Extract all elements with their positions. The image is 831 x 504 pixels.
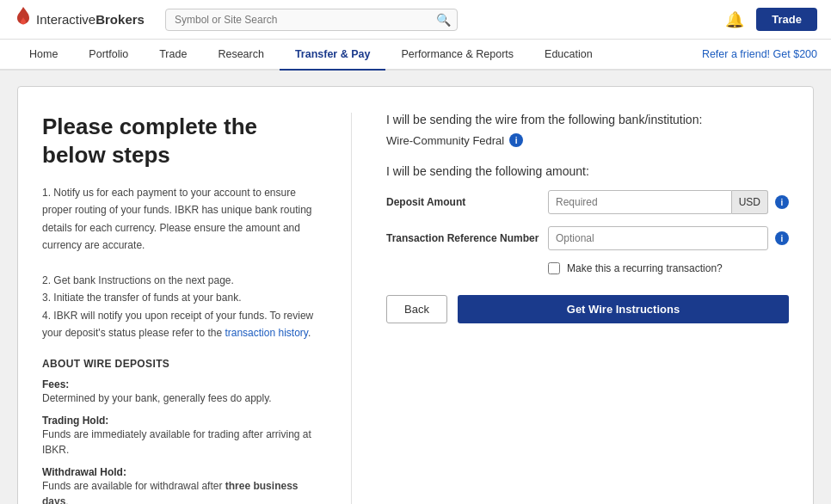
withdrawal-hold-label: Withdrawal Hold: bbox=[42, 466, 325, 478]
steps-text: 1. Notify us for each payment to your ac… bbox=[42, 184, 325, 342]
fees-body: Determined by your bank, generally fees … bbox=[42, 390, 325, 406]
bell-icon[interactable]: 🔔 bbox=[725, 10, 744, 29]
left-panel: Please complete the below steps 1. Notif… bbox=[42, 113, 352, 504]
page-heading: Please complete the below steps bbox=[42, 113, 325, 169]
recurring-checkbox[interactable] bbox=[548, 262, 560, 274]
back-button[interactable]: Back bbox=[386, 295, 447, 323]
step-1: 1. Notify us for each payment to your ac… bbox=[42, 187, 312, 251]
withdrawal-hold-body: Funds are available for withdrawal after… bbox=[42, 478, 325, 504]
get-wire-instructions-button[interactable]: Get Wire Instructions bbox=[458, 295, 789, 323]
fees-label: Fees: bbox=[42, 378, 325, 390]
bank-name: Wire-Community Fedral bbox=[386, 134, 504, 147]
right-panel: I will be sending the wire from the foll… bbox=[378, 113, 789, 504]
recurring-row: Make this a recurring transaction? bbox=[548, 262, 789, 274]
button-row: Back Get Wire Instructions bbox=[386, 295, 789, 323]
nav-item-research[interactable]: Research bbox=[202, 40, 280, 71]
nav-item-portfolio[interactable]: Portfolio bbox=[73, 40, 144, 71]
nav-item-transfer-pay[interactable]: Transfer & Pay bbox=[280, 40, 386, 71]
transaction-ref-input-group bbox=[548, 226, 768, 250]
step-3: 3. Initiate the transfer of funds at you… bbox=[42, 292, 241, 304]
bank-info-icon[interactable]: i bbox=[509, 133, 523, 147]
withdrawal-hold-section: Withdrawal Hold: Funds are available for… bbox=[42, 466, 325, 504]
transaction-ref-info-icon[interactable]: i bbox=[775, 231, 789, 245]
flame-icon bbox=[14, 7, 33, 33]
nav-right: 🔔 Trade bbox=[725, 8, 817, 31]
deposit-info-icon[interactable]: i bbox=[775, 195, 789, 209]
trade-button[interactable]: Trade bbox=[756, 8, 817, 31]
deposit-amount-label: Deposit Amount bbox=[386, 196, 541, 208]
search-bar: 🔍 bbox=[165, 9, 458, 31]
refer-friend-link[interactable]: Refer a friend! Get $200 bbox=[702, 48, 817, 60]
transaction-ref-row: Transaction Reference Number i bbox=[386, 226, 789, 250]
withdrawal-hold-text-end: . bbox=[65, 495, 68, 504]
fees-section: Fees: Determined by your bank, generally… bbox=[42, 378, 325, 406]
recurring-label: Make this a recurring transaction? bbox=[567, 262, 723, 274]
top-bar: InteractiveBrokers 🔍 🔔 Trade bbox=[0, 0, 831, 40]
transaction-history-link[interactable]: transaction history bbox=[225, 327, 308, 339]
deposit-amount-row: Deposit Amount USD i bbox=[386, 190, 789, 214]
transaction-ref-label: Transaction Reference Number bbox=[386, 232, 541, 244]
trading-hold-label: Trading Hold: bbox=[42, 415, 325, 427]
about-wire-title: ABOUT WIRE DEPOSITS bbox=[42, 358, 325, 370]
deposit-amount-input[interactable] bbox=[548, 190, 732, 214]
search-input[interactable] bbox=[165, 9, 458, 31]
logo: InteractiveBrokers bbox=[14, 7, 151, 33]
withdrawal-hold-text-start: Funds are available for withdrawal after bbox=[42, 480, 225, 492]
secondary-nav: Home Portfolio Trade Research Transfer &… bbox=[0, 40, 831, 71]
nav-item-trade[interactable]: Trade bbox=[144, 40, 202, 71]
amount-section-title: I will be sending the following amount: bbox=[386, 164, 789, 178]
trading-hold-body: Funds are immediately available for trad… bbox=[42, 427, 325, 458]
nav-item-home[interactable]: Home bbox=[14, 40, 73, 71]
content-card: Please complete the below steps 1. Notif… bbox=[17, 86, 814, 504]
bank-name-row: Wire-Community Fedral i bbox=[386, 133, 789, 147]
search-icon: 🔍 bbox=[436, 13, 451, 27]
currency-badge: USD bbox=[732, 190, 768, 214]
step-2: 2. Get bank Instructions on the next pag… bbox=[42, 274, 234, 286]
deposit-amount-input-group: USD bbox=[548, 190, 768, 214]
logo-text: InteractiveBrokers bbox=[36, 12, 145, 27]
bank-section-title: I will be sending the wire from the foll… bbox=[386, 113, 789, 126]
trading-hold-section: Trading Hold: Funds are immediately avai… bbox=[42, 415, 325, 458]
nav-item-performance[interactable]: Performance & Reports bbox=[385, 40, 529, 71]
nav-item-education[interactable]: Education bbox=[529, 40, 608, 71]
main-content: Please complete the below steps 1. Notif… bbox=[0, 71, 831, 504]
transaction-ref-input[interactable] bbox=[548, 226, 768, 250]
